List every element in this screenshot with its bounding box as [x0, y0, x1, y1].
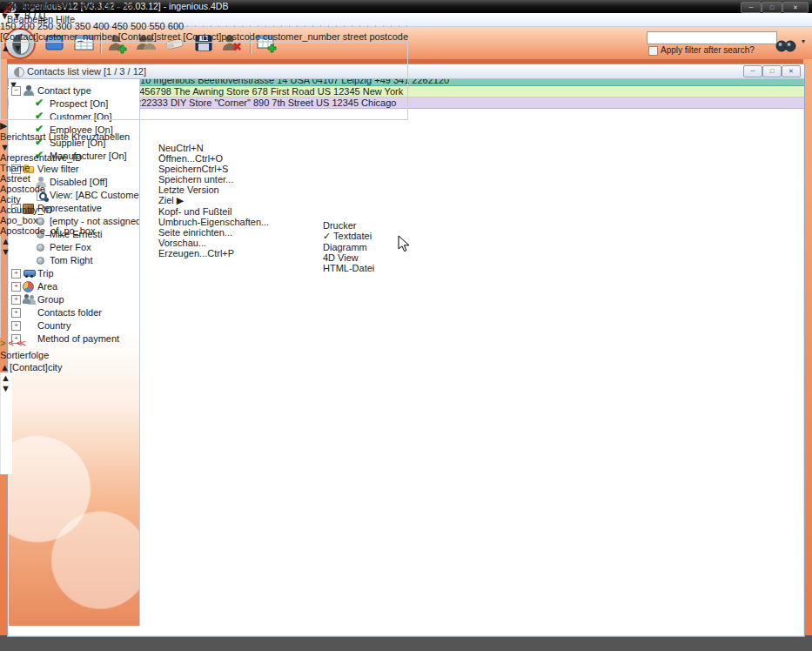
- submenu-arrow-icon: ▶: [177, 195, 184, 205]
- menu-item-speichern[interactable]: SpeichernCtrl+S: [158, 164, 325, 174]
- checkmark-icon: ✓: [323, 231, 331, 241]
- search-options-caret-icon[interactable]: ▾: [802, 37, 805, 45]
- apply-filter-checkbox[interactable]: [648, 46, 658, 56]
- report-type-panel: Berichtsart Liste Kreuztabellen: [0, 131, 408, 142]
- field-item[interactable]: Arepresentative_ID: [0, 152, 171, 163]
- menu-item-seite-einrichten: Seite einrichten...: [158, 227, 325, 238]
- sheet-cell[interactable]: street: [343, 31, 367, 42]
- liste-option-button[interactable]: Liste: [49, 131, 69, 142]
- sort-order-button[interactable]: Sortierfolge: [0, 350, 49, 360]
- sheet-column-header[interactable]: [Contact]customer_number: [0, 31, 116, 42]
- chevron-down-icon[interactable]: ▼: [0, 142, 10, 152]
- kreuztabellen-option-label[interactable]: Kreuztabellen: [71, 131, 130, 142]
- fields-scrollbar[interactable]: ▲ ▼: [0, 236, 12, 338]
- search-binoculars-icon[interactable]: [775, 34, 797, 56]
- scroll-up-icon[interactable]: ▲: [1, 236, 10, 246]
- child-maximize-button[interactable]: □: [762, 65, 782, 77]
- scroll-right-icon[interactable]: ▶: [0, 120, 7, 131]
- sheet-vertical-scrollbar[interactable]: ▲ ▼: [0, 42, 408, 120]
- scroll-down-icon[interactable]: ▼: [1, 246, 10, 257]
- field-item[interactable]: Apostcode_of_po_box: [0, 225, 171, 236]
- report-toolbar: ▼ 12▼ B I U ...: [0, 10, 408, 21]
- submenu-item-4d-view[interactable]: 4D View: [323, 252, 419, 263]
- minimize-button[interactable]: ─: [741, 2, 762, 13]
- fields-list: Arepresentative_ID Tname Astreet Apostco…: [0, 152, 171, 338]
- scroll-down-icon[interactable]: ▼: [13, 43, 23, 53]
- status-segment: ABC Customer [1 / 3 / 12]: [0, 0, 109, 10]
- ziel-submenu: Drucker ✓ Textdatei Diagramm 4D View HTM…: [323, 220, 419, 295]
- sort-item[interactable]: ▲[Contact]city: [0, 362, 147, 372]
- menu-item-vorschau: Vorschau...: [158, 238, 325, 248]
- menu-item-speichern-unter[interactable]: Speichern unter...: [158, 174, 325, 185]
- report-type-title: Berichtsart: [0, 131, 46, 142]
- remove-field-button[interactable]: <: [9, 338, 14, 348]
- sheet-column-header[interactable]: [Contact]postcode: [183, 31, 260, 42]
- sheet-horizontal-scrollbar[interactable]: ▶: [0, 120, 348, 131]
- child-minimize-button[interactable]: ─: [743, 65, 762, 77]
- field-item[interactable]: Astreet: [0, 173, 171, 184]
- report-sheet[interactable]: [Contact]customer_number [Contact]street…: [0, 31, 408, 42]
- child-close-button[interactable]: ✕: [782, 65, 801, 77]
- status-text: ABC Customer [1 / 3 / 12]: [0, 0, 109, 10]
- menu-item-oeffnen[interactable]: Öffnen...Ctrl+O: [158, 153, 325, 164]
- submenu-item-html-datei[interactable]: HTML-Datei: [323, 263, 419, 273]
- sort-scrollbar[interactable]: ▲ ▼: [0, 372, 12, 474]
- field-item-selected[interactable]: Apostcode: [0, 184, 171, 194]
- sort-ascending-icon: ▲: [0, 362, 10, 372]
- application-window: ingeniousV12 [V3.3.42 - 26.03.12] - inge…: [0, 0, 812, 651]
- menu-item-erzeugen[interactable]: Erzeugen...Ctrl+P: [158, 248, 325, 258]
- close-button[interactable]: ✕: [782, 2, 809, 13]
- field-item[interactable]: Acity: [0, 194, 171, 205]
- text-field-icon: T: [0, 163, 6, 173]
- remove-all-fields-button[interactable]: <<: [17, 338, 24, 348]
- file-menu: NeuCtrl+N Öffnen...Ctrl+O SpeichernCtrl+…: [158, 143, 325, 316]
- mouse-cursor: [398, 235, 410, 252]
- menu-item-ziel[interactable]: Ziel ▶: [158, 195, 325, 206]
- scroll-up-icon[interactable]: ▲: [1, 43, 10, 53]
- menu-item-neu[interactable]: NeuCtrl+N: [158, 143, 325, 153]
- sheet-cell[interactable]: customer_number: [263, 31, 340, 42]
- field-item[interactable]: Acountry_ID: [0, 205, 171, 215]
- apply-filter-label: Apply filter after search?: [661, 45, 755, 55]
- sheet-cell[interactable]: postcode: [369, 31, 408, 42]
- master-table-select[interactable]: ttabelle ▼: [0, 142, 10, 152]
- submenu-item-drucker[interactable]: Drucker: [323, 220, 419, 231]
- maximize-button[interactable]: □: [762, 2, 782, 13]
- scroll-down-icon[interactable]: ▼: [1, 383, 10, 393]
- scroll-up-icon[interactable]: ▲: [1, 372, 10, 383]
- underline-button[interactable]: U: [38, 10, 45, 21]
- sort-order-tab: Sortierfolge: [0, 348, 147, 362]
- menu-item-umbruch: Umbruch-Eigenschaften...: [158, 217, 325, 227]
- ruler: 150 200 250 300 350 400 450 500 550 600: [0, 21, 408, 31]
- menu-item-letzte-version: Letzte Version: [158, 185, 325, 195]
- sort-list: ▲[Contact]city ▲ ▼: [0, 362, 147, 474]
- add-field-button[interactable]: >: [0, 338, 5, 348]
- search-input[interactable]: [647, 31, 777, 44]
- field-item[interactable]: Apo_box: [0, 215, 171, 225]
- sheet-column-header[interactable]: [Contact]street: [118, 31, 181, 42]
- menu-item-kopf-fussteil: Kopf- und Fußteil: [158, 206, 325, 217]
- field-item[interactable]: Tname: [0, 163, 171, 173]
- status-bar: ABC Customer [1 / 3 / 12]: [0, 0, 109, 10]
